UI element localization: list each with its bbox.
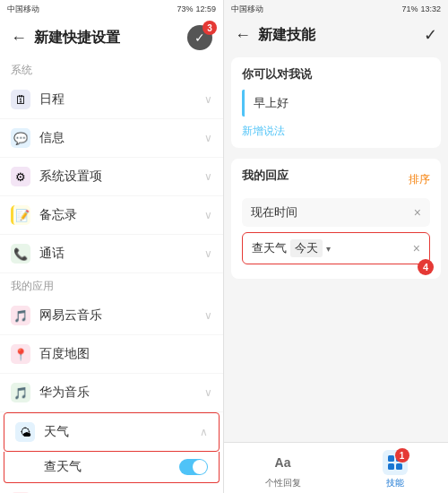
badge-4-indicator: 4 [418,259,434,275]
list-item-didi[interactable]: 🚗 滴滴出行 ∨ [0,483,223,493]
netease-icon: 🎵 [11,306,30,325]
right-back-button[interactable]: ← [235,26,251,45]
right-panel: 中国移动 71% 13:32 ← 新建技能 ✓ 你可以对我说 早上好 新增说法 … [224,0,448,493]
right-status-right: 71% 13:32 [401,4,441,13]
left-panel: 中国移动 73% 12:59 ← 新建快捷设置 ✓ 3 系统 🗓 日程 ∨ 💬 … [0,0,224,493]
messages-arrow: ∨ [204,132,212,144]
baidumap-label: 百度地图 [39,346,212,362]
weather-label: 天气 [44,424,200,440]
weather-arrow: ∧ [200,426,208,438]
speech-phrase: 早上好 [242,90,430,117]
sub-item-label: 查天气 [44,459,179,475]
sub-item-check-weather[interactable]: 查天气 [4,452,220,483]
left-status-bar: 中国移动 73% 12:59 [0,0,223,18]
skills-label: 技能 [386,477,404,489]
list-item-calls[interactable]: 📞 通话 ∨ [0,235,223,273]
list-item-messages[interactable]: 💬 信息 ∨ [0,119,223,158]
calls-arrow: ∨ [204,247,212,260]
right-header: ← 新建技能 ✓ [224,18,448,52]
left-battery: 73% [177,4,193,13]
settings-label: 系统设置项 [39,169,204,185]
list-item-weather[interactable]: 🌤 天气 ∧ [4,412,220,452]
list-item-baidu-map[interactable]: 📍 百度地图 [0,335,223,374]
list-item-huawei-music[interactable]: 🎵 华为音乐 ∨ [0,374,223,412]
left-status-right: 73% 12:59 [177,4,216,13]
toggle-check-weather[interactable] [179,459,208,475]
calendar-icon: 🗓 [11,90,30,109]
list-item-settings[interactable]: ⚙ 系统设置项 ∨ [0,158,223,196]
response-header: 我的回应 排序 [242,168,430,191]
you-can-say-title: 你可以对我说 [242,66,430,82]
settings-icon: ⚙ [11,167,30,186]
left-page-title: 新建快捷设置 [34,29,187,48]
weather-icon: 🌤 [15,422,35,442]
left-carrier: 中国移动 [7,4,39,15]
response-item-weather: 查天气 今天 ▾ × [242,232,430,264]
response-weather-text: 查天气 [252,240,287,256]
calls-label: 通话 [39,246,204,262]
huaweimusic-icon: 🎵 [11,383,30,402]
my-response-block: 我的回应 排序 现在时间 × 查天气 今天 ▾ × 4 [231,159,441,279]
bottom-bar: Aa 个性回复 技能 1 [224,442,448,493]
response-weather-close[interactable]: × [413,241,420,255]
list-item-calendar[interactable]: 🗓 日程 ∨ [0,81,223,119]
svg-rect-2 [388,463,394,470]
you-can-say-block: 你可以对我说 早上好 新增说法 [231,57,441,148]
calendar-arrow: ∨ [204,93,212,106]
left-badge: 3 [202,21,217,35]
bottom-btn-personal-reply[interactable]: Aa 个性回复 [265,450,301,489]
weather-today-tag[interactable]: 今天 [290,239,323,257]
netease-arrow: ∨ [204,309,212,322]
sort-button[interactable]: 排序 [409,172,430,187]
right-check-icon[interactable]: ✓ [424,25,437,45]
right-time: 13:32 [420,4,441,13]
left-back-button[interactable]: ← [11,29,27,48]
personal-reply-label: 个性回复 [265,477,301,489]
settings-arrow: ∨ [204,170,212,183]
add-phrase-button[interactable]: 新增说法 [242,125,285,137]
left-confirm-button[interactable]: ✓ 3 [187,25,212,50]
list-item-netease[interactable]: 🎵 网易云音乐 ∨ [0,297,223,335]
messages-label: 信息 [39,130,204,146]
my-response-title: 我的回应 [242,168,289,184]
right-status-bar: 中国移动 71% 13:32 [224,0,448,18]
response-time-close[interactable]: × [414,205,421,220]
notes-arrow: ∨ [204,209,212,221]
left-time: 12:59 [195,4,216,13]
response-weather-inner: 查天气 今天 ▾ [252,239,331,257]
personal-reply-icon: Aa [271,450,296,475]
right-battery: 71% [401,4,418,13]
bottom-btn-skills[interactable]: 技能 1 [383,450,408,489]
calendar-label: 日程 [39,91,204,108]
huaweimusic-label: 华为音乐 [39,385,204,401]
notes-icon: 📝 [11,205,30,225]
messages-icon: 💬 [11,128,30,148]
baidumap-icon: 📍 [11,344,30,364]
right-page-title: 新建技能 [258,26,424,45]
section-system-label: 系统 [0,57,223,81]
right-carrier: 中国移动 [231,4,263,15]
left-header: ← 新建快捷设置 ✓ 3 [0,18,223,57]
huaweimusic-arrow: ∨ [204,386,212,399]
netease-label: 网易云音乐 [39,307,204,324]
svg-rect-3 [396,463,402,470]
svg-rect-0 [388,455,394,462]
response-item-time: 现在时间 × [242,198,430,227]
calls-icon: 📞 [11,244,30,264]
dropdown-arrow-icon[interactable]: ▾ [326,244,331,254]
list-item-notes[interactable]: 📝 备忘录 ∨ [0,196,223,235]
notes-label: 备忘录 [39,207,204,223]
section-myapps-label: 我的应用 [0,273,223,297]
skills-badge: 1 [395,448,409,463]
response-time-text: 现在时间 [251,204,297,221]
